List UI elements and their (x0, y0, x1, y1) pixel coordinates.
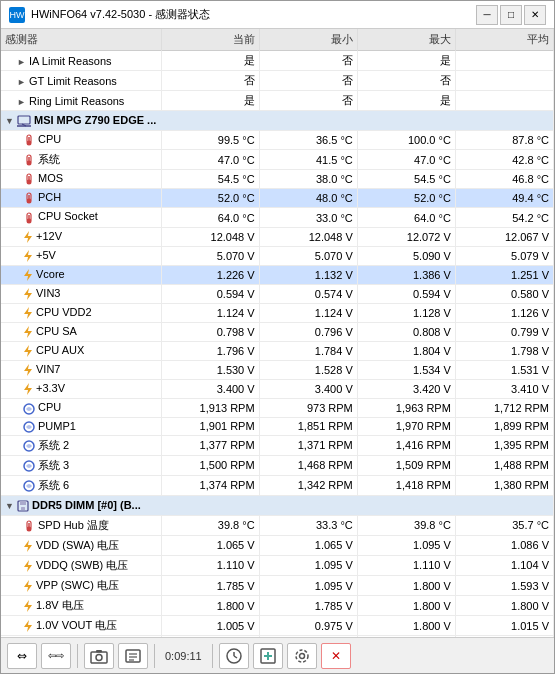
sensor-name-cell: ► IA Limit Reasons (1, 51, 161, 71)
sensor-value-cell: 是 (161, 51, 259, 71)
col-min: 最小 (259, 29, 357, 51)
window-controls: ─ □ ✕ (476, 5, 546, 25)
table-row: CPU Socket64.0 °C33.0 °C64.0 °C54.2 °C (1, 208, 554, 227)
sensor-value-cell: 1.796 V (161, 342, 259, 361)
table-header-row: 感测器 当前 最小 最大 平均 (1, 29, 554, 51)
sensor-value-cell: 5.070 V (259, 246, 357, 265)
table-row: CPU1,913 RPM973 RPM1,963 RPM1,712 RPM (1, 399, 554, 417)
bottom-toolbar: ⇔ ⇦⇨ 0:09:11 (1, 637, 554, 673)
sensor-value-cell: 3.410 V (455, 380, 553, 399)
sensor-value-cell: 1.800 V (455, 596, 553, 616)
sensor-value-cell: 33.3 °C (259, 515, 357, 535)
table-row: SPD Hub 温度39.8 °C33.3 °C39.8 °C35.7 °C (1, 515, 554, 535)
sensor-label: 系统 6 (38, 479, 69, 491)
camera-icon (90, 648, 108, 664)
sensor-table: 感测器 当前 最小 最大 平均 ► IA Limit Reasons是否是► G… (1, 29, 554, 637)
table-row: 系统 21,377 RPM1,371 RPM1,416 RPM1,395 RPM (1, 435, 554, 455)
sensor-value-cell: 47.0 °C (357, 150, 455, 170)
sensor-value-cell: 3.420 V (357, 380, 455, 399)
sensor-value-cell (455, 51, 553, 71)
sensor-value-cell: 54.5 °C (161, 170, 259, 189)
sensor-value-cell: 1.086 V (455, 535, 553, 555)
sensor-name-cell: 1.8V 电压 (1, 596, 161, 616)
table-row: VIN71.530 V1.528 V1.534 V1.531 V (1, 361, 554, 380)
sensor-name-cell: 系统 6 (1, 475, 161, 495)
table-row: 系统47.0 °C41.5 °C47.0 °C42.8 °C (1, 150, 554, 170)
sensor-value-cell: 33.0 °C (259, 208, 357, 227)
sensor-label: PUMP1 (38, 420, 76, 432)
sensor-name-cell: CPU VDD2 (1, 303, 161, 322)
sensor-value-cell: 否 (259, 91, 357, 111)
sensor-value-cell: 1,970 RPM (357, 417, 455, 435)
close-button[interactable]: ✕ (524, 5, 546, 25)
expand-icon[interactable]: ▼ (5, 501, 17, 511)
table-row: +5V5.070 V5.070 V5.090 V5.079 V (1, 246, 554, 265)
sensor-value-cell: 否 (357, 71, 455, 91)
sensor-value-cell: 64.0 °C (161, 208, 259, 227)
sensor-value-cell: 1.065 V (259, 535, 357, 555)
table-row: 1.0V VOUT 电压1.005 V0.975 V1.800 V1.015 V (1, 616, 554, 636)
expand-icon[interactable]: ► (17, 57, 29, 67)
table-row: VIN30.594 V0.574 V0.594 V0.580 V (1, 284, 554, 303)
table-row: CPU VDD21.124 V1.124 V1.128 V1.126 V (1, 303, 554, 322)
close-sensors-button[interactable]: ✕ (321, 643, 351, 669)
nav-prev-button[interactable]: ⇔ (7, 643, 37, 669)
add-sensor-button[interactable] (253, 643, 283, 669)
expand-icon[interactable]: ► (17, 97, 29, 107)
sensor-value-cell: 1,901 RPM (161, 417, 259, 435)
sensor-value-cell: 否 (259, 71, 357, 91)
sensor-value-cell: 1,712 RPM (455, 399, 553, 417)
minimize-button[interactable]: ─ (476, 5, 498, 25)
sensor-value-cell: 0.798 V (161, 323, 259, 342)
clock-button[interactable] (219, 643, 249, 669)
section-label: DDR5 DIMM [#0] (B... (32, 499, 141, 511)
separator-1 (77, 644, 78, 668)
table-row: ▼ DDR5 DIMM [#0] (B... (1, 495, 554, 515)
sensor-name-cell: CPU AUX (1, 342, 161, 361)
sensor-value-cell: 39.8 °C (357, 515, 455, 535)
sensor-value-cell: 1,468 RPM (259, 455, 357, 475)
main-window: HW HWiNFO64 v7.42-5030 - 感测器状态 ─ □ ✕ 感测器… (0, 0, 555, 674)
title-bar: HW HWiNFO64 v7.42-5030 - 感测器状态 ─ □ ✕ (1, 1, 554, 29)
sensor-value-cell: 1.785 V (161, 575, 259, 595)
maximize-button[interactable]: □ (500, 5, 522, 25)
screenshot-button[interactable] (84, 643, 114, 669)
svg-marker-21 (24, 288, 32, 300)
sensor-label: SPD Hub 温度 (38, 519, 109, 531)
expand-icon[interactable]: ► (17, 77, 29, 87)
svg-point-57 (299, 653, 304, 658)
sensor-name-cell: CPU (1, 131, 161, 150)
export-button[interactable] (118, 643, 148, 669)
col-avg: 平均 (455, 29, 553, 51)
svg-line-53 (234, 656, 237, 658)
sensor-value-cell (455, 91, 553, 111)
sensor-value-cell: 973 RPM (259, 399, 357, 417)
sensor-value-cell (455, 71, 553, 91)
nav-next-button[interactable]: ⇦⇨ (41, 643, 71, 669)
section-label: MSI MPG Z790 EDGE ... (34, 114, 156, 126)
svg-rect-34 (21, 507, 25, 510)
sensor-name-cell: CPU Socket (1, 208, 161, 227)
sensor-value-cell: 1,418 RPM (357, 475, 455, 495)
svg-marker-26 (24, 383, 32, 395)
table-row: CPU AUX1.796 V1.784 V1.804 V1.798 V (1, 342, 554, 361)
sensor-value-cell: 41.5 °C (259, 150, 357, 170)
sensor-table-container[interactable]: 感测器 当前 最小 最大 平均 ► IA Limit Reasons是否是► G… (1, 29, 554, 637)
sensor-value-cell: 5.070 V (161, 246, 259, 265)
sensor-label: 系统 (38, 153, 60, 165)
sensor-value-cell: 1,416 RPM (357, 435, 455, 455)
sensor-name-cell: +3.3V (1, 380, 161, 399)
sensor-label: VIN7 (36, 363, 60, 375)
sensor-name-cell: 1.0V VOUT 电压 (1, 616, 161, 636)
table-row: VDDQ (SWB) 电压1.110 V1.095 V1.110 V1.104 … (1, 555, 554, 575)
sensor-value-cell: 100.0 °C (357, 131, 455, 150)
sensor-value-cell: 0.808 V (357, 323, 455, 342)
sensor-label: CPU (38, 401, 61, 413)
sensor-value-cell: 1,488 RPM (455, 455, 553, 475)
settings-button[interactable] (287, 643, 317, 669)
sensor-name-cell: VIN7 (1, 361, 161, 380)
sensor-name-cell: +5V (1, 246, 161, 265)
table-row: VDD (SWA) 电压1.065 V1.065 V1.095 V1.086 V (1, 535, 554, 555)
expand-icon[interactable]: ▼ (5, 116, 17, 126)
sensor-value-cell: 1.800 V (161, 596, 259, 616)
